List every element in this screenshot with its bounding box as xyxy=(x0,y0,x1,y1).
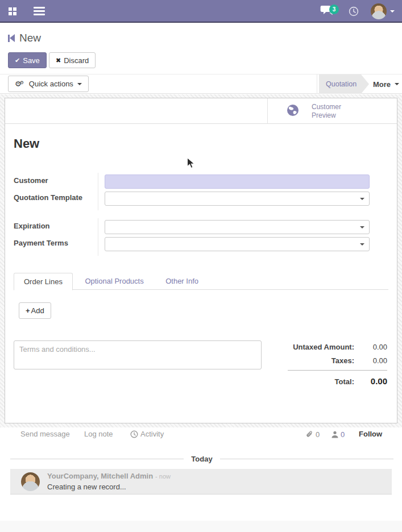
totals-divider xyxy=(288,370,387,371)
apps-grid-icon[interactable] xyxy=(9,7,16,15)
save-button[interactable]: ✔ Save xyxy=(8,52,47,68)
notebook-tabs: Order Lines Optional Products Other Info xyxy=(14,272,388,290)
check-icon: ✔ xyxy=(15,57,20,64)
log-note-button[interactable]: Log note xyxy=(84,430,113,438)
expiration-field[interactable] xyxy=(105,220,370,234)
customer-label: Customer xyxy=(14,176,48,185)
user-avatar[interactable] xyxy=(371,3,387,19)
taxes-value: 0.00 xyxy=(354,356,387,365)
customer-input[interactable] xyxy=(105,175,369,188)
payment-terms-label: Payment Terms xyxy=(14,239,68,247)
stage-more-button[interactable]: More xyxy=(373,74,399,94)
group-divider xyxy=(98,218,98,256)
chatter-toolbar: Send message Log note Activity 0 0 Follo… xyxy=(0,430,402,442)
untaxed-amount-label: Untaxed Amount: xyxy=(293,343,354,351)
odoo-window: 3 New ✔ Save ✖ Discard ⚙⚙ Quick actions … xyxy=(0,0,402,532)
attachments-button[interactable]: 0 xyxy=(305,430,320,439)
totals-panel: Untaxed Amount: 0.00 Taxes: 0.00 Total: … xyxy=(251,343,387,391)
chevron-down-icon xyxy=(395,83,399,85)
schedule-activity-button[interactable]: Activity xyxy=(130,430,164,438)
quick-actions-button[interactable]: ⚙⚙ Quick actions xyxy=(8,76,89,92)
follow-button[interactable]: Follow xyxy=(359,430,382,438)
untaxed-amount-value: 0.00 xyxy=(354,343,387,351)
chevron-down-icon xyxy=(77,83,82,85)
back-to-list-icon[interactable] xyxy=(8,34,15,42)
stage-quotation[interactable]: Quotation xyxy=(319,74,369,94)
statusbar-divider xyxy=(317,74,317,94)
statusbar-row: ⚙⚙ Quick actions Quotation More xyxy=(0,74,402,94)
form-sheet: Customer Preview New Customer Quotation … xyxy=(5,98,397,423)
message-avatar xyxy=(21,472,40,491)
send-message-button[interactable]: Send message xyxy=(20,430,70,438)
x-icon: ✖ xyxy=(56,57,61,64)
discard-button[interactable]: ✖ Discard xyxy=(49,52,96,68)
terms-field xyxy=(14,340,262,369)
message-body: Creating a new record... xyxy=(47,483,126,491)
tab-other-info[interactable]: Other Info xyxy=(156,273,208,290)
clock-icon xyxy=(130,430,138,438)
tab-order-lines[interactable]: Order Lines xyxy=(14,273,73,290)
payment-terms-input[interactable] xyxy=(105,238,369,251)
terms-textarea[interactable] xyxy=(14,340,262,369)
dropdown-caret-icon[interactable] xyxy=(360,198,364,200)
customer-preview-button[interactable]: Customer Preview xyxy=(268,98,397,124)
expiration-input[interactable] xyxy=(105,221,369,234)
gears-icon: ⚙⚙ xyxy=(15,80,26,88)
followers-count: 0 xyxy=(341,430,345,439)
dropdown-caret-icon[interactable] xyxy=(360,226,364,228)
taxes-label: Taxes: xyxy=(331,356,354,365)
quotation-template-field[interactable] xyxy=(105,192,370,206)
hamburger-menu-icon[interactable] xyxy=(34,7,45,17)
total-value: 0.00 xyxy=(354,376,387,386)
record-title: New xyxy=(14,136,39,151)
person-icon xyxy=(331,431,338,438)
date-divider: Today xyxy=(10,454,393,464)
messages-count-badge[interactable]: 3 xyxy=(329,5,339,14)
activity-clock-icon[interactable] xyxy=(349,6,359,19)
tab-optional-products[interactable]: Optional Products xyxy=(75,273,153,290)
expiration-label: Expiration xyxy=(14,222,50,230)
date-divider-label: Today xyxy=(184,455,219,463)
followers-button[interactable]: 0 xyxy=(331,430,345,439)
attachments-count: 0 xyxy=(316,430,320,439)
breadcrumb-title: New xyxy=(19,32,41,44)
top-navbar: 3 xyxy=(0,0,402,23)
stat-button-row: Customer Preview xyxy=(5,98,397,124)
group-divider xyxy=(98,173,98,210)
bottom-strip xyxy=(0,521,402,532)
chatter-message[interactable]: YourCompany, Mitchell Admin- now Creatin… xyxy=(10,469,392,494)
payment-terms-field[interactable] xyxy=(105,237,370,251)
customer-field[interactable] xyxy=(105,174,370,189)
stat-button-label: Customer Preview xyxy=(312,103,347,120)
user-menu-caret-icon[interactable] xyxy=(390,10,395,13)
total-label: Total: xyxy=(335,377,354,386)
globe-icon xyxy=(287,104,299,119)
message-author: YourCompany, Mitchell Admin- now xyxy=(47,472,171,480)
dropdown-caret-icon[interactable] xyxy=(360,243,364,246)
plus-icon: + xyxy=(26,306,30,315)
quotation-template-label: Quotation Template xyxy=(14,193,82,202)
paperclip-icon xyxy=(305,430,314,439)
breadcrumb: New xyxy=(8,32,41,44)
message-timestamp: - now xyxy=(155,473,171,480)
add-line-button[interactable]: + Add xyxy=(19,302,51,319)
quotation-template-input[interactable] xyxy=(105,192,369,205)
